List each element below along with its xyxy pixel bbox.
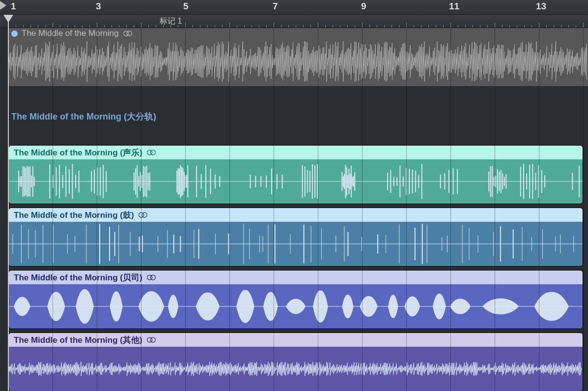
waveform-drums — [9, 222, 583, 266]
region-header: The Middle of the Morning (声乐) — [9, 146, 583, 159]
ruler-number: 5 — [183, 1, 189, 12]
stereo-icon — [123, 30, 133, 37]
svg-point-1 — [127, 31, 132, 36]
waveform-vocal — [9, 159, 583, 204]
region-drums[interactable]: The Middle of the Morning (鼓) — [8, 208, 583, 267]
region-header: The Middle of the Morning (其他) — [9, 333, 583, 347]
play-indicator-icon — [0, 1, 6, 10]
waveform-bass — [9, 284, 583, 329]
region-title: The Middle of the Morning (声乐) — [14, 147, 142, 158]
group-track-header[interactable]: The Middle of the Morning (大分轨) — [8, 86, 588, 145]
marker-ruler[interactable]: 标记 1 — [0, 15, 588, 28]
stereo-icon — [146, 274, 156, 281]
timeline-ruler[interactable]: 1 3 5 7 9 11 13 — [0, 0, 588, 15]
playhead-icon[interactable] — [3, 15, 13, 23]
ruler-number: 9 — [361, 1, 366, 12]
svg-point-128 — [142, 212, 147, 217]
record-dot-icon — [11, 30, 18, 37]
playhead-line — [8, 15, 9, 391]
waveform-other — [9, 347, 583, 391]
region-header: The Middle of the Morning (鼓) — [9, 208, 583, 222]
region-vocal[interactable]: The Middle of the Morning (声乐) — [8, 145, 583, 204]
ruler-number: 13 — [536, 1, 546, 12]
ruler-number: 11 — [449, 1, 459, 12]
region-title: The Middle of the Morning (其他) — [14, 334, 142, 346]
group-label: The Middle of the Morning (大分轨) — [11, 111, 588, 122]
master-region-header: The Middle of the Morning — [8, 28, 588, 39]
ruler-number: 7 — [273, 1, 278, 12]
stereo-icon — [138, 211, 148, 218]
stereo-icon — [146, 149, 156, 156]
ruler-number: 3 — [96, 1, 101, 12]
region-other[interactable]: The Middle of the Morning (其他) — [8, 332, 583, 391]
region-title: The Middle of the Morning (贝司) — [14, 272, 142, 283]
stereo-icon — [146, 336, 156, 343]
master-audio-region[interactable]: The Middle of the Morning — [8, 28, 588, 86]
region-bass[interactable]: The Middle of the Morning (贝司) — [8, 270, 583, 329]
svg-point-3 — [150, 150, 155, 155]
ruler-number: 1 — [11, 1, 16, 12]
master-title: The Middle of the Morning — [22, 29, 119, 38]
region-title: The Middle of the Morning (鼓) — [14, 210, 134, 221]
region-header: The Middle of the Morning (贝司) — [9, 271, 583, 284]
master-waveform — [8, 39, 588, 84]
svg-point-192 — [150, 337, 155, 342]
svg-point-189 — [150, 275, 155, 280]
